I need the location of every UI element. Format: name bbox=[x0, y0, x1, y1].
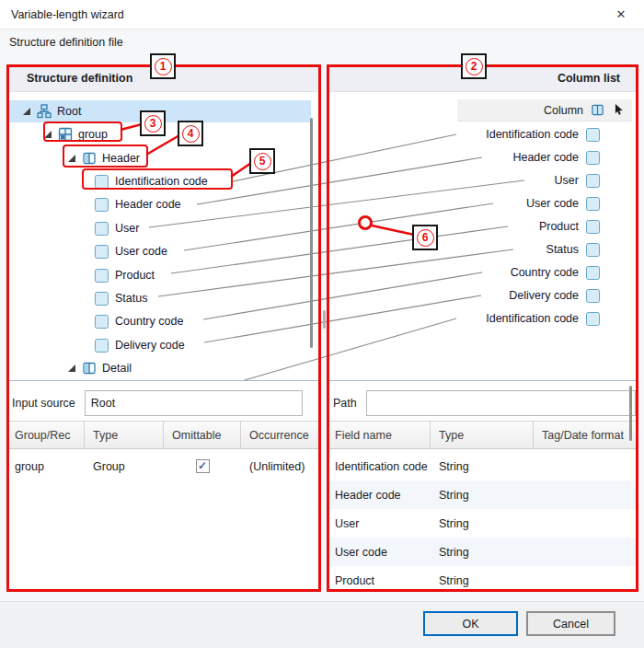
column-item-label: Delivery code bbox=[509, 289, 579, 302]
badge-number: 1 bbox=[155, 58, 172, 75]
structure-definition-file-label: Structure definition file bbox=[9, 36, 123, 49]
badge-number: 2 bbox=[466, 58, 483, 75]
column-item-user-code[interactable]: User code bbox=[327, 192, 638, 214]
tree-item-header-code[interactable]: Header code bbox=[6, 193, 316, 215]
checkbox-icon[interactable] bbox=[586, 174, 600, 188]
checkbox-icon[interactable] bbox=[95, 222, 109, 236]
column-grid-header[interactable]: Column bbox=[457, 99, 632, 122]
badge-number: 4 bbox=[182, 125, 200, 143]
column-header-field-name[interactable]: Field name bbox=[327, 422, 431, 448]
column-item-user[interactable]: User bbox=[327, 169, 638, 191]
close-icon[interactable]: ✕ bbox=[607, 0, 635, 29]
field-table-scrollbar-thumb[interactable] bbox=[629, 386, 632, 441]
cell-type: String bbox=[431, 460, 534, 473]
cell-omittable: ✓ bbox=[164, 459, 241, 473]
window-title: Variable-length wizard bbox=[11, 0, 124, 29]
column-header-occurrence[interactable]: Occurrence bbox=[241, 422, 321, 448]
cell-field-name: User bbox=[327, 517, 431, 530]
tree-item-user-code[interactable]: User code bbox=[6, 240, 316, 262]
cell-field-name: Identification code bbox=[327, 460, 431, 473]
checkbox-icon[interactable] bbox=[95, 315, 109, 329]
checkbox-icon[interactable] bbox=[586, 243, 600, 257]
checkbox-icon[interactable] bbox=[95, 198, 109, 212]
column-item-identification-code[interactable]: Identification code bbox=[327, 123, 638, 145]
checkbox-icon[interactable] bbox=[586, 266, 600, 280]
tree-item-status[interactable]: Status bbox=[6, 287, 316, 309]
expander-icon[interactable] bbox=[41, 128, 54, 141]
table-row[interactable]: User String bbox=[327, 509, 638, 538]
checkbox-icon[interactable] bbox=[95, 292, 109, 306]
annotation-badge-3: 3 bbox=[140, 110, 166, 136]
table-icon bbox=[591, 103, 605, 118]
tree-item-delivery-code[interactable]: Delivery code bbox=[6, 334, 316, 356]
checkbox-icon[interactable] bbox=[95, 245, 109, 259]
tree-item-product[interactable]: Product bbox=[6, 264, 316, 286]
checkbox-icon[interactable] bbox=[586, 289, 600, 303]
checkbox-icon[interactable] bbox=[95, 339, 109, 353]
tree-item-label: Status bbox=[115, 292, 147, 305]
checkbox-icon[interactable] bbox=[586, 220, 600, 234]
checkbox-icon[interactable] bbox=[95, 175, 109, 189]
input-source-row: Input source bbox=[6, 387, 321, 420]
group-icon bbox=[58, 127, 73, 142]
table-icon bbox=[82, 361, 97, 376]
tree-item-label: Identification code bbox=[115, 175, 208, 188]
column-item-product[interactable]: Product bbox=[327, 215, 638, 237]
tree-item-user[interactable]: User bbox=[6, 217, 316, 239]
column-header-type[interactable]: Type bbox=[431, 422, 534, 448]
tree-scrollbar-thumb[interactable] bbox=[310, 118, 313, 348]
cell-type: String bbox=[431, 517, 534, 530]
column-item-country-code[interactable]: Country code bbox=[327, 261, 638, 284]
annotation-badge-2: 2 bbox=[461, 53, 487, 79]
column-item-identification-code-2[interactable]: Identification code bbox=[327, 307, 638, 330]
expander-icon[interactable] bbox=[65, 362, 78, 375]
cancel-button[interactable]: Cancel bbox=[526, 611, 615, 636]
annotation-badge-1: 1 bbox=[150, 53, 176, 79]
column-header-group-rec[interactable]: Group/Rec bbox=[6, 422, 85, 448]
checkbox-icon[interactable] bbox=[586, 128, 600, 142]
column-header-type[interactable]: Type bbox=[85, 422, 164, 448]
column-item-label: User code bbox=[526, 197, 579, 210]
tree-item-label: Country code bbox=[115, 315, 183, 328]
checkbox-icon[interactable] bbox=[95, 269, 109, 283]
column-list-scrollbar-thumb[interactable] bbox=[323, 310, 326, 329]
table-row[interactable]: User code String bbox=[327, 538, 638, 566]
input-source-field[interactable] bbox=[85, 390, 303, 416]
tree-item-country-code[interactable]: Country code bbox=[6, 310, 316, 332]
checkbox-icon[interactable] bbox=[586, 151, 600, 165]
group-record-table: Group/Rec Type Omittable Occurrence grou… bbox=[6, 421, 321, 592]
column-item-label: Header code bbox=[512, 151, 579, 164]
table-row[interactable]: Product String bbox=[327, 566, 638, 592]
column-item-status[interactable]: Status bbox=[327, 238, 638, 260]
badge-number: 5 bbox=[254, 153, 271, 170]
tree-item-label: User bbox=[115, 222, 139, 235]
cell-occurrence: (Unlimited) bbox=[241, 460, 321, 473]
checkbox-icon[interactable] bbox=[586, 197, 600, 211]
column-item-label: Country code bbox=[511, 266, 579, 279]
expander-icon[interactable] bbox=[65, 152, 78, 165]
column-item-label: Product bbox=[539, 220, 579, 233]
divider bbox=[327, 380, 638, 381]
checked-checkbox-icon[interactable]: ✓ bbox=[196, 459, 210, 473]
tree-item-label: Root bbox=[57, 105, 81, 118]
checkbox-icon[interactable] bbox=[586, 312, 600, 326]
tree-item-detail[interactable]: Detail bbox=[6, 357, 316, 379]
table-row[interactable]: Header code String bbox=[327, 480, 638, 509]
column-item-label: Identification code bbox=[486, 312, 579, 325]
table-row-group[interactable]: group Group ✓ (Unlimited) bbox=[6, 452, 321, 480]
ok-button[interactable]: OK bbox=[423, 611, 518, 636]
column-item-header-code[interactable]: Header code bbox=[327, 146, 638, 168]
tree-item-label: Product bbox=[115, 269, 155, 282]
column-item-label: Identification code bbox=[486, 128, 579, 141]
cell-field-name: Header code bbox=[327, 489, 431, 502]
path-field[interactable] bbox=[366, 390, 636, 416]
column-item-label: User bbox=[555, 174, 579, 187]
column-header-tag-date-format[interactable]: Tag/Date format bbox=[534, 422, 638, 448]
column-header-omittable[interactable]: Omittable bbox=[164, 422, 241, 448]
table-row[interactable]: Identification code String bbox=[327, 452, 638, 480]
path-label: Path bbox=[333, 397, 357, 410]
mouse-cursor-icon bbox=[615, 104, 625, 116]
expander-icon[interactable] bbox=[20, 105, 33, 118]
column-item-delivery-code[interactable]: Delivery code bbox=[327, 284, 638, 307]
annotation-badge-4: 4 bbox=[178, 121, 203, 146]
